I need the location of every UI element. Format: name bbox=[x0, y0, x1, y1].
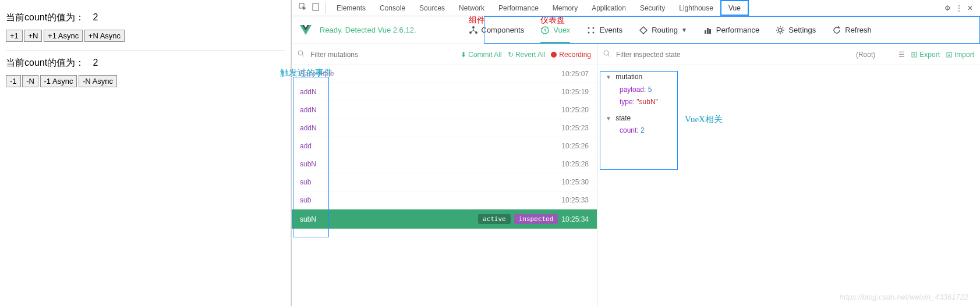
separator bbox=[326, 3, 326, 13]
mutation-name: add bbox=[300, 142, 312, 150]
svg-point-15 bbox=[604, 51, 608, 55]
count-value-2: 2 bbox=[93, 58, 98, 67]
plus-n-button[interactable]: +N bbox=[24, 30, 42, 42]
tab-vue[interactable]: Vue bbox=[720, 0, 749, 16]
nav-components-label: Components bbox=[482, 26, 525, 34]
nav-refresh[interactable]: Refresh bbox=[832, 26, 872, 35]
search-icon bbox=[603, 50, 610, 59]
minus-n-button[interactable]: -N bbox=[22, 75, 38, 87]
minus-1-button[interactable]: -1 bbox=[6, 75, 21, 87]
svg-point-13 bbox=[779, 29, 782, 32]
filter-state-input[interactable] bbox=[616, 51, 845, 59]
mutation-name: addN bbox=[300, 88, 317, 96]
watermark: https://blog.csdn.net/weixin_43361722 bbox=[840, 293, 968, 301]
plus-n-async-button[interactable]: +N Async bbox=[84, 30, 125, 42]
mutation-time: 10:25:30 bbox=[561, 178, 589, 186]
mutation-row[interactable]: sub10:25:30 bbox=[292, 173, 597, 191]
import-icon bbox=[946, 51, 953, 58]
count-label-1: 当前count的值为： bbox=[6, 12, 84, 22]
minus-1-async-button[interactable]: -1 Async bbox=[40, 75, 77, 87]
caret-down-icon: ▼ bbox=[606, 74, 611, 80]
components-icon bbox=[469, 26, 478, 35]
mutation-row[interactable]: Base State10:25:07 bbox=[292, 65, 597, 83]
filter-mutations-input[interactable] bbox=[310, 51, 455, 59]
nav-components[interactable]: 组件 Components bbox=[469, 26, 525, 35]
device-icon[interactable] bbox=[312, 3, 320, 13]
anno-triggered: 触发过的事件 bbox=[280, 67, 332, 79]
inspect-icon[interactable] bbox=[299, 3, 307, 13]
gear-icon[interactable]: ⚙ bbox=[944, 4, 951, 12]
recording-button[interactable]: Recording bbox=[551, 51, 591, 59]
close-icon[interactable]: ✕ bbox=[967, 4, 973, 12]
tab-performance[interactable]: Performance bbox=[491, 0, 546, 16]
vue-logo-icon bbox=[299, 23, 313, 37]
tab-network[interactable]: Network bbox=[452, 0, 491, 16]
tab-sources[interactable]: Sources bbox=[412, 0, 452, 16]
nav-performance[interactable]: Performance bbox=[703, 26, 759, 35]
tree-count-row: count: 2 bbox=[606, 124, 972, 137]
mutation-name: subN bbox=[300, 215, 316, 223]
mutation-row[interactable]: addN10:25:19 bbox=[292, 83, 597, 101]
export-icon bbox=[911, 51, 918, 58]
tab-memory[interactable]: Memory bbox=[546, 0, 585, 16]
state-panel: (Root) ☰ Export Import VueX相关 ▼ mutation bbox=[597, 44, 980, 306]
svg-rect-10 bbox=[705, 30, 706, 34]
mutation-row[interactable]: addN10:25:20 bbox=[292, 101, 597, 119]
main-split: 触发过的事件 ⬇ Commit All ↻ Revert All Recordi… bbox=[292, 44, 980, 306]
tab-console[interactable]: Console bbox=[373, 0, 412, 16]
revert-all-button[interactable]: ↻ Revert All bbox=[508, 51, 546, 59]
state-filter-bar: (Root) ☰ Export Import bbox=[597, 44, 980, 65]
svg-point-7 bbox=[593, 27, 595, 29]
tab-elements[interactable]: Elements bbox=[330, 0, 373, 16]
mutation-time: 10:25:34 bbox=[561, 215, 589, 223]
download-icon: ⬇ bbox=[461, 51, 466, 59]
nav-vuex[interactable]: 仪表盘 Vuex bbox=[540, 26, 570, 44]
mutation-row[interactable]: subNactiveinspected10:25:34 bbox=[292, 209, 597, 229]
search-icon bbox=[298, 50, 305, 59]
tree-mutation-node[interactable]: ▼ mutation bbox=[606, 71, 972, 84]
tab-application[interactable]: Application bbox=[585, 0, 633, 16]
gear-icon bbox=[776, 26, 785, 35]
mutation-row[interactable]: subN10:25:28 bbox=[292, 155, 597, 173]
mutation-row[interactable]: add10:25:26 bbox=[292, 137, 597, 155]
vue-toolbar: Ready. Detected Vue 2.6.12. 组件 Component… bbox=[292, 16, 980, 44]
svg-rect-1 bbox=[313, 3, 319, 10]
svg-point-9 bbox=[593, 31, 595, 33]
mutation-time: 10:25:20 bbox=[561, 106, 589, 114]
devtools: Elements Console Sources Network Perform… bbox=[291, 0, 980, 306]
mutation-name: addN bbox=[300, 106, 317, 114]
export-button[interactable]: Export bbox=[911, 51, 940, 59]
svg-rect-11 bbox=[707, 28, 709, 34]
count-label-2: 当前count的值为： bbox=[6, 58, 84, 67]
tab-lighthouse[interactable]: Lighthouse bbox=[672, 0, 720, 16]
devtools-tabs: Elements Console Sources Network Perform… bbox=[292, 0, 980, 16]
plus-1-async-button[interactable]: +1 Async bbox=[44, 30, 83, 42]
import-button[interactable]: Import bbox=[946, 51, 974, 59]
mutation-time: 10:25:28 bbox=[561, 160, 589, 168]
events-icon bbox=[586, 26, 596, 35]
anno-components: 组件 bbox=[469, 15, 485, 26]
revert-icon: ↻ bbox=[508, 51, 514, 59]
tree-state-node[interactable]: ▼ state bbox=[606, 112, 972, 125]
more-icon[interactable]: ⋮ bbox=[956, 4, 963, 12]
mutation-row[interactable]: addN10:25:23 bbox=[292, 119, 597, 137]
mutation-row[interactable]: sub10:25:33 bbox=[292, 191, 597, 209]
tree-payload-row: payload: 5 bbox=[606, 84, 972, 97]
count-display-2: 当前count的值为： 2 bbox=[6, 57, 285, 69]
commit-all-button[interactable]: ⬇ Commit All bbox=[461, 51, 502, 59]
nav-settings[interactable]: Settings bbox=[776, 26, 816, 35]
minus-n-async-button[interactable]: -N Async bbox=[79, 75, 117, 87]
tab-security[interactable]: Security bbox=[633, 0, 672, 16]
nav-events[interactable]: Events bbox=[586, 26, 622, 35]
refresh-icon bbox=[832, 26, 841, 35]
mutation-time: 10:25:23 bbox=[561, 124, 589, 132]
nav-routing-label: Routing bbox=[652, 26, 678, 34]
mutation-time: 10:25:19 bbox=[561, 88, 589, 96]
filter-settings-icon[interactable]: ☰ bbox=[898, 51, 905, 59]
mutation-time: 10:25:07 bbox=[561, 70, 589, 78]
sub-button-row: -1 -N -1 Async -N Async bbox=[6, 75, 285, 87]
nav-routing[interactable]: Routing ▼ bbox=[639, 26, 687, 35]
plus-1-button[interactable]: +1 bbox=[6, 30, 23, 42]
mutations-filter-bar: ⬇ Commit All ↻ Revert All Recording bbox=[292, 44, 597, 65]
root-selector[interactable]: (Root) bbox=[851, 49, 893, 60]
